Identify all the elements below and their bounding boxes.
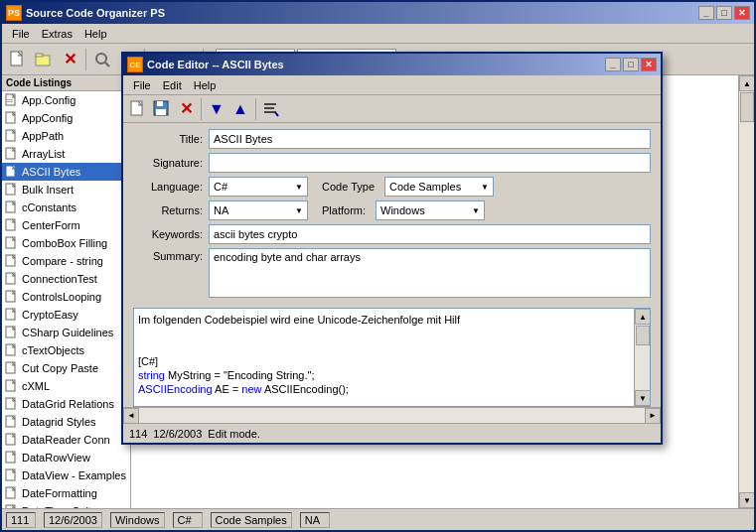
modal-menu-bar: File Edit Help xyxy=(123,75,661,95)
svg-rect-40 xyxy=(156,109,166,115)
modal-up-button[interactable]: ▲ xyxy=(229,98,251,120)
modal-overlay: CE Code Editor -- ASCII Bytes _ □ ✕ File… xyxy=(2,2,754,530)
modal-down-button[interactable]: ▼ xyxy=(206,98,227,120)
chevron-down-icon: ▼ xyxy=(295,183,303,192)
modal-delete-button[interactable]: ✕ xyxy=(175,98,197,120)
platform-label: Platform: xyxy=(322,204,366,216)
modal-toolbar: ✕ ▼ ▲ xyxy=(123,95,661,123)
modal-close-button[interactable]: ✕ xyxy=(641,58,657,71)
form-row-title: Title: xyxy=(133,129,651,149)
form-row-lang-codetype: Language: C# ▼ Code Type Code Samples ▼ xyxy=(133,177,651,197)
modal-title-buttons: _ □ ✕ xyxy=(605,58,657,71)
form-row-summary: Summary: encoding byte and char arrays xyxy=(133,248,651,298)
code-line-3 xyxy=(138,340,630,354)
modal-title: Code Editor -- ASCII Bytes xyxy=(147,59,601,70)
modal-menu-edit[interactable]: Edit xyxy=(157,77,188,93)
code-scroll-track[interactable] xyxy=(635,325,650,390)
signature-input[interactable] xyxy=(209,153,651,173)
code-editor-area: Im folgenden Codebeispiel wird eine Unic… xyxy=(133,308,651,407)
main-window: PS Source Code Organizer PS _ □ ✕ File E… xyxy=(0,0,756,532)
svg-rect-41 xyxy=(264,103,276,105)
keywords-label: Keywords: xyxy=(133,228,203,240)
modal-status-date: 12/6/2003 xyxy=(153,428,202,440)
modal-status-bar: 114 12/6/2003 Edit mode. xyxy=(123,423,661,443)
code-line-5: string MyString = "Encoding String."; xyxy=(138,368,630,382)
code-line-1: Im folgenden Codebeispiel wird eine Unic… xyxy=(138,313,630,327)
chevron-down-icon: ▼ xyxy=(295,206,303,215)
modal-icon: CE xyxy=(127,57,143,72)
modal-menu-help[interactable]: Help xyxy=(188,77,223,93)
modal-form: Title: Signature: Language: C# ▼ Code Ty… xyxy=(123,123,661,308)
code-scroll-thumb[interactable] xyxy=(636,326,650,345)
modal-status-line: 114 xyxy=(129,428,147,440)
code-editor-modal: CE Code Editor -- ASCII Bytes _ □ ✕ File… xyxy=(121,52,663,445)
modal-hscroll[interactable]: ◄ ► xyxy=(123,407,661,423)
svg-line-44 xyxy=(275,112,278,116)
title-label: Title: xyxy=(133,133,203,145)
language-select[interactable]: C# ▼ xyxy=(209,177,308,197)
modal-minimize-button[interactable]: _ xyxy=(605,58,621,71)
summary-textarea[interactable]: encoding byte and char arrays xyxy=(209,248,651,298)
code-editor-scrollbar[interactable]: ▲ ▼ xyxy=(634,309,650,406)
code-text[interactable]: Im folgenden Codebeispiel wird eine Unic… xyxy=(134,309,634,406)
hscroll-left-button[interactable]: ◄ xyxy=(123,408,139,424)
signature-label: Signature: xyxy=(133,157,203,169)
modal-new-button[interactable] xyxy=(127,98,149,120)
code-line-2 xyxy=(138,327,630,340)
svg-rect-43 xyxy=(264,111,276,113)
modal-separator-1 xyxy=(201,98,202,120)
returns-select[interactable]: NA ▼ xyxy=(209,200,308,220)
summary-label: Summary: xyxy=(133,248,203,262)
chevron-down-icon: ▼ xyxy=(472,206,480,215)
language-label: Language: xyxy=(133,181,203,193)
form-row-returns-platform: Returns: NA ▼ Platform: Windows ▼ xyxy=(133,200,651,220)
form-row-keywords: Keywords: xyxy=(133,224,651,244)
codetype-select[interactable]: Code Samples ▼ xyxy=(384,177,494,197)
svg-rect-42 xyxy=(264,107,274,109)
modal-status-mode: Edit mode. xyxy=(208,428,260,440)
svg-rect-39 xyxy=(157,101,163,106)
modal-format-button[interactable] xyxy=(260,98,282,120)
code-scroll-up-button[interactable]: ▲ xyxy=(635,309,651,325)
hscroll-right-button[interactable]: ► xyxy=(645,408,661,424)
modal-menu-file[interactable]: File xyxy=(127,77,157,93)
hscroll-track[interactable] xyxy=(139,408,645,423)
code-line-4: [C#] xyxy=(138,354,630,368)
modal-save-button[interactable] xyxy=(151,98,173,120)
form-row-signature: Signature: xyxy=(133,153,651,173)
code-scroll-down-button[interactable]: ▼ xyxy=(635,390,651,406)
platform-select[interactable]: Windows ▼ xyxy=(376,200,485,220)
modal-separator-2 xyxy=(255,98,256,120)
modal-title-bar: CE Code Editor -- ASCII Bytes _ □ ✕ xyxy=(123,54,661,75)
codetype-label: Code Type xyxy=(322,181,375,193)
code-line-6: ASCIIEncoding AE = new ASCIIEncoding(); xyxy=(138,382,630,396)
returns-label: Returns: xyxy=(133,204,203,216)
keywords-input[interactable] xyxy=(209,224,651,244)
chevron-down-icon: ▼ xyxy=(481,183,489,192)
modal-maximize-button[interactable]: □ xyxy=(623,58,639,71)
title-input[interactable] xyxy=(209,129,651,149)
